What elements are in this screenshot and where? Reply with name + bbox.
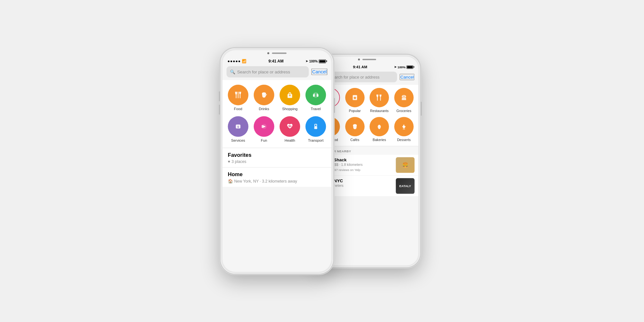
scene: 📶 9:41 AM ➤ 100% (0, 0, 644, 322)
cancel-button-1[interactable]: Cancel (312, 69, 327, 75)
speaker-2 (362, 59, 376, 60)
search-placeholder-2: Search for place or address (330, 75, 380, 80)
svg-point-16 (262, 125, 263, 127)
svg-point-34 (353, 125, 357, 126)
signal-dot (228, 60, 230, 62)
home-icon: 🏠 (228, 179, 233, 184)
category-travel[interactable]: Travel (303, 85, 328, 111)
wifi-icon: 📶 (242, 59, 246, 63)
status-right-2: ➤ 100% (394, 65, 413, 69)
svg-point-3 (262, 93, 266, 94)
svg-rect-8 (313, 94, 315, 97)
signal-dot (233, 60, 235, 62)
category-food[interactable]: Food (226, 85, 250, 111)
food-label: Food (234, 107, 242, 111)
desserts-icon (394, 117, 413, 136)
restaurants-icon (370, 88, 389, 107)
search-bar-1[interactable]: 🔍 Search for place or address (226, 66, 309, 77)
category-cafes[interactable]: Cafés (343, 117, 367, 142)
category-groceries[interactable]: Groceries (392, 88, 416, 113)
services-icon: $ (228, 116, 249, 137)
category-services[interactable]: $ Services (226, 116, 250, 142)
search-placeholder-1: Search for place or address (237, 69, 290, 74)
svg-rect-11 (317, 93, 318, 95)
popular-icon (345, 88, 365, 107)
cancel-button-2[interactable]: Cancel (400, 74, 414, 80)
services-label: Services (231, 138, 245, 142)
svg-rect-10 (314, 93, 315, 95)
battery-fill-1 (319, 60, 326, 62)
status-right-1: ➤ 100% (306, 59, 326, 63)
speaker-1 (272, 52, 287, 54)
battery-percent-2: 100% (397, 65, 405, 69)
drinks-icon (254, 85, 274, 105)
shopping-icon (279, 85, 300, 105)
cafes-icon (345, 117, 365, 136)
category-bakeries[interactable]: Bakeries (367, 117, 391, 142)
health-label: Health (285, 138, 295, 142)
shopping-label: Shopping (282, 107, 298, 111)
travel-label: Travel (311, 107, 321, 111)
phone-1-screen: 📶 9:41 AM ➤ 100% (223, 50, 331, 272)
bakeries-label: Bakeries (373, 138, 386, 142)
front-camera-1 (267, 52, 269, 54)
front-camera-2 (358, 59, 360, 61)
favorites-count: 3 places (232, 159, 246, 164)
travel-icon (306, 85, 326, 105)
category-drinks[interactable]: Drinks (252, 85, 276, 111)
category-restaurants[interactable]: Restaurants (367, 88, 391, 113)
category-desserts[interactable]: Desserts (392, 117, 416, 142)
time-display-2: 9:41 AM (353, 65, 367, 69)
home-section: Home 🏠 New York, NY · 3.2 kilometers awa… (223, 168, 331, 187)
category-shopping[interactable]: Shopping (278, 85, 302, 111)
popular-label: Popular (349, 109, 361, 113)
category-health[interactable]: Health (278, 116, 302, 142)
desserts-label: Desserts (397, 138, 411, 142)
shake-shack-image: 🍔 (396, 157, 414, 173)
search-icon-1: 🔍 (230, 69, 235, 74)
category-row-2: $ Services (226, 116, 328, 142)
category-row-1: Food Drinks (226, 85, 328, 111)
navigate-icon-2: ➤ (394, 65, 397, 69)
fun-label: Fun (261, 138, 267, 142)
battery-icon-1 (319, 59, 326, 63)
favorites-title: Favorites (228, 152, 326, 158)
svg-text:$: $ (237, 126, 239, 128)
favorites-section: Favorites ♥ 3 places (223, 148, 331, 167)
search-area-1: 🔍 Search for place or address Cancel (223, 64, 331, 80)
category-popular[interactable]: Popular (343, 88, 367, 113)
signal-dot (231, 60, 232, 62)
volume-up-button (219, 91, 220, 101)
home-title: Home (228, 172, 326, 178)
favorites-subtitle: ♥ 3 places (228, 159, 326, 164)
home-subtitle: 🏠 New York, NY · 3.2 kilometers away (228, 179, 326, 184)
health-icon (279, 116, 300, 137)
svg-rect-22 (314, 128, 317, 128)
shake-shack-reviews: 1897 reviews on Yelp (331, 168, 360, 172)
groceries-label: Groceries (396, 109, 411, 113)
volume-down-button (219, 105, 220, 115)
svg-rect-19 (315, 125, 316, 126)
signal-dot (239, 60, 240, 62)
phone-1: 📶 9:41 AM ➤ 100% (221, 48, 333, 274)
restaurants-label: Restaurants (370, 109, 389, 113)
signal-dot (236, 60, 237, 62)
transport-icon (306, 116, 326, 137)
category-fun[interactable]: Fun (252, 116, 276, 142)
time-display-1: 9:41 AM (269, 59, 284, 63)
power-button (334, 98, 335, 113)
eataly-image: EATALY (396, 178, 414, 194)
fun-icon (254, 116, 274, 137)
svg-point-36 (402, 129, 405, 130)
transport-label: Transport (308, 138, 323, 142)
bakeries-icon (370, 117, 389, 136)
power-button-2 (421, 102, 422, 116)
battery-fill-2 (407, 66, 412, 68)
cafes-label: Cafés (350, 138, 359, 142)
heart-icon: ♥ (228, 159, 230, 164)
drinks-label: Drinks (259, 107, 269, 111)
category-transport[interactable]: Transport (303, 116, 328, 142)
groceries-icon (394, 88, 413, 107)
food-icon (228, 85, 249, 105)
navigate-icon: ➤ (306, 60, 308, 63)
